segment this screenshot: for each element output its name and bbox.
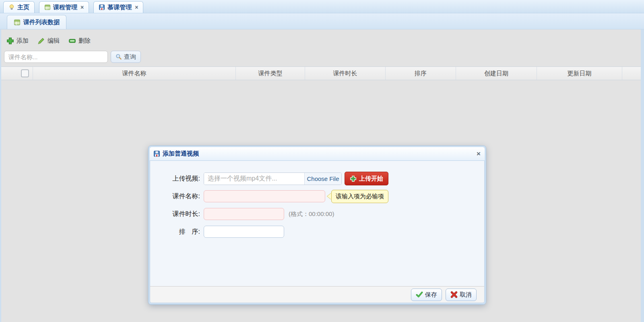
upload-video-label: 上传视频: [169, 175, 200, 183]
search-row: 查询 [0, 46, 644, 63]
column-header-duration[interactable]: 课件时长 [305, 67, 386, 80]
add-button-label: 添加 [17, 37, 29, 45]
courseware-name-input[interactable] [204, 190, 325, 202]
header-checkbox-cell [17, 67, 33, 80]
select-all-checkbox[interactable] [21, 69, 29, 77]
save-button[interactable]: 保存 [411, 289, 442, 301]
dialog-body: 上传视频: Choose File 上传开始 课件名称: 该输入项为必输 [150, 160, 485, 286]
tab-mooc-management[interactable]: 慕课管理 × [93, 1, 143, 13]
courseware-name-label: 课件名称: [169, 192, 200, 201]
floppy-icon [99, 4, 105, 10]
plus-icon [6, 37, 14, 45]
tab-course-management[interactable]: 课程管理 × [39, 1, 89, 13]
grid-icon [44, 4, 51, 10]
close-icon[interactable]: × [477, 150, 481, 157]
column-header-name[interactable]: 课件名称 [33, 67, 236, 80]
grid-toolbar: 添加 编辑 删除 [0, 29, 644, 46]
upload-video-row: 上传视频: Choose File 上传开始 [169, 172, 484, 185]
plus-icon [350, 175, 357, 182]
main-tab-bar: 主页 课程管理 × 慕课管理 × [0, 0, 644, 13]
datagrid-header: 课件名称 课件类型 课件时长 排序 创建日期 更新日期 [1, 66, 641, 80]
add-video-dialog: 添加普通视频 × 上传视频: Choose File 上传开始 课件名称: [148, 145, 486, 305]
required-tooltip: 该输入项为必输项 [327, 190, 388, 203]
check-icon [416, 291, 423, 298]
tab-label: 慕课管理 [107, 4, 132, 11]
sort-order-row: 排 序: [169, 226, 484, 238]
upload-start-button[interactable]: 上传开始 [345, 172, 388, 185]
cancel-button-label: 取消 [460, 291, 472, 299]
edit-button[interactable]: 编辑 [37, 37, 60, 45]
duration-format-hint: (格式：00:00:00) [289, 210, 334, 218]
x-icon [450, 291, 458, 298]
close-icon[interactable]: × [80, 4, 84, 10]
grid-icon [14, 19, 21, 26]
close-icon[interactable]: × [135, 4, 138, 10]
dialog-footer: 保存 取消 [150, 286, 485, 303]
search-icon [116, 54, 122, 60]
courseware-duration-row: 课件时长: (格式：00:00:00) [169, 208, 484, 220]
tab-label: 课程管理 [53, 4, 77, 11]
dialog-header[interactable]: 添加普通视频 × [150, 147, 485, 160]
upload-filebox: Choose File [204, 172, 342, 185]
edit-button-label: 编辑 [47, 37, 60, 45]
courseware-name-row: 课件名称: 该输入项为必输项 [169, 190, 484, 202]
sort-order-label: 排 序: [169, 228, 200, 236]
column-header-updated[interactable]: 更新日期 [537, 67, 622, 80]
header-spacer-cell [1, 67, 17, 80]
panel-right-border [641, 29, 644, 322]
choose-file-button[interactable]: Choose File [304, 173, 341, 185]
tab-courseware-list[interactable]: 课件列表数据 [7, 15, 66, 29]
panel-tab-bar: 课件列表数据 [0, 13, 644, 29]
sort-order-input[interactable] [204, 226, 284, 238]
floppy-icon [153, 150, 160, 157]
upload-start-label: 上传开始 [359, 175, 383, 183]
courseware-duration-label: 课件时长: [169, 210, 200, 218]
courseware-duration-input[interactable] [204, 208, 284, 220]
content-area: 添加 编辑 删除 查询 课件名称 课件类型 课件时 [0, 29, 644, 322]
column-header-order[interactable]: 排序 [386, 67, 456, 80]
query-button-label: 查询 [124, 53, 136, 61]
column-header-created[interactable]: 创建日期 [456, 67, 537, 80]
delete-button-label: 删除 [78, 37, 91, 45]
cancel-button[interactable]: 取消 [446, 289, 477, 301]
minus-icon [68, 37, 76, 45]
header-filler-cell [622, 67, 641, 80]
save-button-label: 保存 [425, 291, 437, 299]
dialog-title: 添加普通视频 [163, 150, 474, 158]
tooltip-text: 该输入项为必输项 [331, 190, 388, 203]
lightbulb-icon [8, 4, 15, 10]
query-button[interactable]: 查询 [111, 51, 141, 63]
upload-file-input[interactable] [204, 173, 304, 185]
tab-home[interactable]: 主页 [3, 1, 35, 13]
pencil-icon [37, 37, 45, 45]
panel-tab-label: 课件列表数据 [23, 19, 60, 26]
panel-left-border [0, 29, 1, 322]
delete-button[interactable]: 删除 [68, 37, 91, 45]
tab-label: 主页 [17, 4, 29, 11]
search-input[interactable] [4, 51, 108, 63]
tooltip-arrow [327, 193, 331, 199]
add-button[interactable]: 添加 [6, 37, 29, 45]
column-header-type[interactable]: 课件类型 [236, 67, 305, 80]
